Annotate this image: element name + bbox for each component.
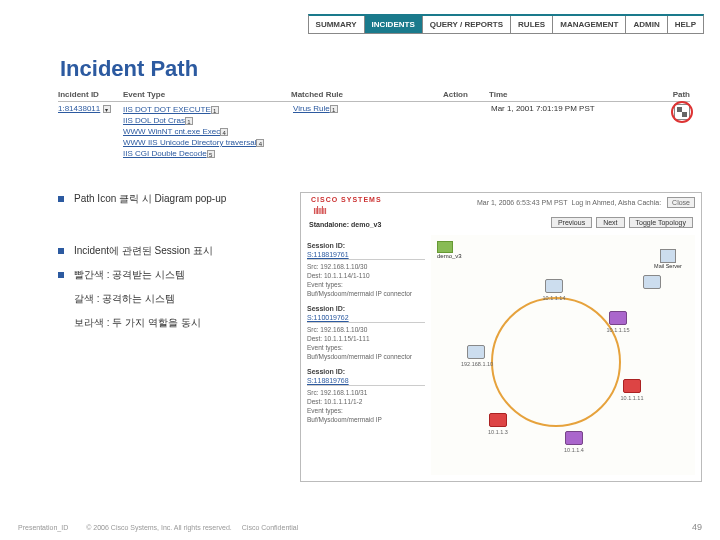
tab-management[interactable]: MANAGEMENT: [553, 16, 626, 33]
bullet-text: Path Icon 클릭 시 Diagram pop-up: [74, 193, 226, 204]
bullet-text: 빨간색 : 공격받는 시스템: [74, 269, 185, 280]
device-icon: [565, 431, 583, 445]
topology-ring-icon: [491, 297, 621, 427]
session-header: Session ID:: [307, 241, 425, 250]
session-detail: Src: 192.168.1.10/30: [307, 325, 425, 334]
session-header: Session ID:: [307, 304, 425, 313]
session-id-link[interactable]: S:118819768: [307, 376, 425, 386]
confidential-label: Cisco Confidential: [242, 524, 298, 531]
device-icon: [489, 413, 507, 427]
topology-node[interactable]: 10.1.1.11: [617, 379, 647, 401]
topology-node[interactable]: 10.1.1.3: [483, 413, 513, 435]
th-time: Time: [489, 90, 624, 99]
device-icon: [545, 279, 563, 293]
topology-node[interactable]: 10.1.1.15: [603, 311, 633, 333]
session-id-link[interactable]: S:118819761: [307, 250, 425, 260]
th-path: Path: [673, 90, 690, 99]
tab-incidents[interactable]: INCIDENTS: [365, 16, 423, 33]
mail-server-node[interactable]: Mail Server: [643, 249, 693, 269]
path-icon[interactable]: [674, 104, 690, 120]
session-detail: Buf/Mysdoom/mermaid IP: [307, 415, 425, 424]
node-label: 192.168.1.10: [461, 361, 491, 367]
sensor-icon: [437, 241, 453, 253]
th-action: Action: [443, 90, 489, 99]
count-badge: 4: [256, 139, 264, 147]
event-link[interactable]: IIS DOL Dot Cras: [123, 116, 185, 125]
node-label: 10.1.1.3: [483, 429, 513, 435]
event-link[interactable]: WWW IIS Unicode Directory traversal: [123, 138, 256, 147]
topology-node[interactable]: 10.1.1.4: [559, 431, 589, 453]
incident-id-cell: 1:81438011 ▾: [58, 104, 123, 113]
mail-server-label: Mail Server: [643, 263, 693, 269]
tab-rules[interactable]: RULES: [511, 16, 553, 33]
matched-rule-link[interactable]: Virus Rule: [293, 104, 330, 113]
page-title: Incident Path: [60, 56, 198, 82]
session-detail: Event types:: [307, 343, 425, 352]
topology-node[interactable]: 10.1.1.14: [539, 279, 569, 301]
server-icon: [660, 249, 676, 263]
count-badge: 5: [207, 150, 215, 158]
tab-admin[interactable]: ADMIN: [626, 16, 667, 33]
event-link[interactable]: IIS DOT DOT EXECUTE: [123, 105, 211, 114]
presentation-id: Presentation_ID: [18, 524, 68, 531]
popup-topbar: Mar 1, 2006 6:53:43 PM PST Log in Ahmed,…: [477, 197, 695, 208]
main-tabs: SUMMARY INCIDENTS QUERY / REPORTS RULES …: [308, 14, 704, 34]
standalone-label: Standalone: demo_v3: [309, 221, 381, 228]
close-button[interactable]: Close: [667, 197, 695, 208]
tab-help[interactable]: HELP: [668, 16, 703, 33]
bullet-list: Path Icon 클릭 시 Diagram pop-up Incident에 …: [58, 190, 226, 338]
th-matched-rule: Matched Rule: [291, 90, 393, 99]
incident-table-row: 1:81438011 ▾ IIS DOT DOT EXECUTE1 IIS DO…: [58, 104, 690, 159]
session-detail: Dest: 10.1.1.11/1-2: [307, 397, 425, 406]
count-badge: 1: [211, 106, 219, 114]
count-badge: 1: [330, 105, 338, 113]
sensor-label: demo_v3: [437, 253, 462, 259]
event-type-cell: IIS DOT DOT EXECUTE1 IIS DOL Dot Cras1 W…: [123, 104, 293, 159]
session-detail: Event types:: [307, 280, 425, 289]
device-icon: [643, 275, 661, 289]
footer: Presentation_ID © 2006 Cisco Systems, In…: [18, 522, 702, 532]
session-detail: Src: 192.168.1.10/30: [307, 262, 425, 271]
next-button[interactable]: Next: [596, 217, 624, 228]
session-detail: Src: 192.168.1.10/31: [307, 388, 425, 397]
tab-query-reports[interactable]: QUERY / REPORTS: [423, 16, 511, 33]
incident-table-header: Incident ID Event Type Matched Rule Acti…: [58, 90, 690, 102]
session-detail: Dest: 10.1.1.15/1-111: [307, 334, 425, 343]
cisco-logo: CISCO SYSTEMS: [311, 196, 382, 203]
page-number: 49: [692, 522, 702, 532]
incident-id-link[interactable]: 1:81438011: [58, 104, 100, 113]
bullet-icon: [58, 248, 64, 254]
event-link[interactable]: WWW WinNT cnt.exe Exec: [123, 127, 220, 136]
node-label: 10.1.1.14: [539, 295, 569, 301]
th-event-type: Event Type: [123, 90, 271, 99]
nav-buttons: Previous Next Toggle Topology: [551, 217, 693, 228]
copyright: © 2006 Cisco Systems, Inc. All rights re…: [86, 524, 232, 531]
previous-button[interactable]: Previous: [551, 217, 592, 228]
tab-summary[interactable]: SUMMARY: [309, 16, 365, 33]
cisco-logo-icon: ıılıılıı: [313, 205, 326, 216]
count-badge: 1: [185, 117, 193, 125]
session-list: Session ID: S:118819761 Src: 192.168.1.1…: [307, 235, 425, 424]
bullet-text: 보라색 : 두 가지 역할을 동시: [74, 317, 201, 328]
node-label: 10.1.1.11: [617, 395, 647, 401]
toggle-topology-button[interactable]: Toggle Topology: [629, 217, 693, 228]
device-icon: [609, 311, 627, 325]
node-label: 10.1.1.4: [559, 447, 589, 453]
node-label: 10.1.1.15: [603, 327, 633, 333]
topology-popup: CISCO SYSTEMS ıılıılıı Mar 1, 2006 6:53:…: [300, 192, 702, 482]
session-detail: Buf/Mysdoom/mermaid IP connector: [307, 289, 425, 298]
dropdown-icon[interactable]: ▾: [103, 105, 111, 113]
bullet-icon: [58, 196, 64, 202]
sensor-node[interactable]: demo_v3: [437, 241, 462, 259]
topology-node[interactable]: 192.168.1.10: [461, 345, 491, 367]
time-cell: Mar 1, 2001 7:01:19 PM PST: [491, 104, 626, 113]
session-header: Session ID:: [307, 367, 425, 376]
session-id-link[interactable]: S:110019762: [307, 313, 425, 323]
topology-canvas[interactable]: demo_v3 Mail Server 10.1.1.1410.1.1.1510…: [431, 235, 695, 475]
event-link[interactable]: IIS CGI Double Decode: [123, 149, 207, 158]
login-label: Log in Ahmed, Aisha Cachia:: [572, 199, 662, 206]
popup-timestamp: Mar 1, 2006 6:53:43 PM PST: [477, 199, 568, 206]
topology-node[interactable]: [637, 275, 667, 291]
path-cell: [674, 104, 690, 122]
bullet-text: Incident에 관련된 Session 표시: [74, 245, 213, 256]
